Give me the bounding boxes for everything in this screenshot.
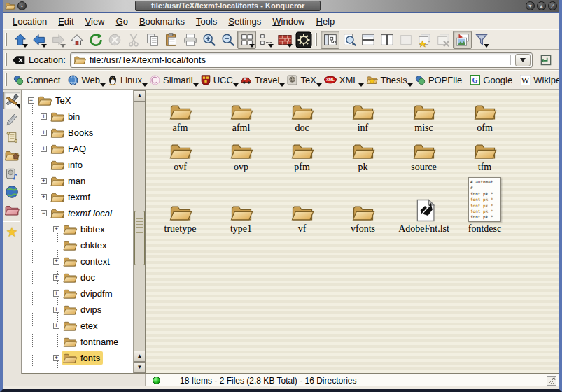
- toolbar-grip[interactable]: [315, 33, 317, 46]
- tree-item-man[interactable]: man: [22, 173, 133, 189]
- sidebar-tab-bookmarks[interactable]: [3, 223, 20, 241]
- scroll-buttons[interactable]: [134, 351, 146, 373]
- gear-button[interactable]: [294, 31, 313, 49]
- tree-item-texmf-local[interactable]: texmf-local: [22, 205, 133, 221]
- tree-item-TeX[interactable]: TeX: [22, 92, 133, 108]
- expand-icon[interactable]: [41, 146, 47, 152]
- tree-item-fontname[interactable]: fontname: [22, 334, 133, 350]
- image-preview-button[interactable]: [453, 31, 472, 49]
- folder-item-pfm[interactable]: pfm: [272, 134, 332, 173]
- toolbar-grip[interactable]: [5, 74, 7, 86]
- print-button[interactable]: [181, 31, 199, 49]
- menu-edit[interactable]: Edit: [52, 14, 79, 29]
- folder-view[interactable]: afm afml doc inf misc ofm ovf ovp pfm pk…: [146, 90, 559, 374]
- scroll-up-button[interactable]: [134, 351, 146, 362]
- expand-icon[interactable]: [53, 323, 59, 329]
- tree-item-info[interactable]: info: [22, 157, 133, 173]
- up-button[interactable]: [10, 31, 29, 49]
- folder-item-source[interactable]: source: [393, 134, 454, 173]
- copy-button[interactable]: [143, 31, 162, 49]
- bookmark-connect[interactable]: Connect: [10, 74, 65, 87]
- tree-item-chktex[interactable]: chktex: [22, 237, 133, 253]
- back-button[interactable]: [29, 31, 48, 49]
- folder-item-tfm[interactable]: tfm: [454, 134, 515, 173]
- folder-item-inf[interactable]: inf: [332, 93, 393, 134]
- expand-icon[interactable]: [41, 178, 47, 184]
- toolbar-grip[interactable]: [5, 33, 7, 46]
- scrollbar-thumb[interactable]: [134, 211, 145, 265]
- tree-scrollbar[interactable]: [133, 90, 145, 373]
- bookmark-popfile[interactable]: POPFile: [412, 74, 467, 87]
- folder-item-vfonts[interactable]: vfonts: [332, 173, 393, 234]
- folder-item-ovf[interactable]: ovf: [150, 134, 211, 173]
- toolbar-grip[interactable]: [5, 53, 7, 66]
- bookmark-wikipedia[interactable]: W Wikipedia: [517, 74, 562, 87]
- bookmark-tex[interactable]: TeX: [284, 74, 321, 87]
- expand-icon[interactable]: [41, 113, 47, 120]
- expand-icon[interactable]: [41, 130, 47, 136]
- list-view-button[interactable]: [256, 31, 275, 49]
- menu-window[interactable]: Window: [267, 14, 310, 29]
- menu-help[interactable]: Help: [311, 14, 341, 29]
- tree-item-etex[interactable]: etex: [22, 318, 133, 334]
- tree-item-FAQ[interactable]: FAQ: [22, 141, 133, 157]
- folder-item-afm[interactable]: afm: [150, 93, 211, 134]
- expand-icon[interactable]: [53, 307, 59, 313]
- menu-tools[interactable]: Tools: [190, 14, 223, 29]
- folder-item-vf[interactable]: vf: [272, 173, 332, 234]
- file-item-AdobeFnt[interactable]: AdobeFnt.lst: [393, 173, 454, 234]
- menu-location[interactable]: Location: [7, 14, 52, 29]
- sidebar-tab-directory-tree[interactable]: [3, 128, 20, 146]
- reload-button[interactable]: [86, 31, 105, 49]
- clear-location-button[interactable]: [10, 51, 27, 69]
- tree-item-context[interactable]: context: [22, 253, 133, 270]
- new-tab-button[interactable]: [415, 31, 434, 49]
- close-button[interactable]: [548, 1, 557, 10]
- tree-item-bin[interactable]: bin: [22, 108, 133, 125]
- scroll-up-button[interactable]: [134, 90, 146, 102]
- folder-item-type1[interactable]: type1: [211, 173, 272, 234]
- sidebar-tab-home-directory[interactable]: [3, 146, 20, 164]
- folder-item-ovp[interactable]: ovp: [211, 134, 272, 173]
- location-dropdown-button[interactable]: [515, 54, 531, 66]
- resize-grip-icon[interactable]: [547, 376, 556, 386]
- bookmark-xml[interactable]: XML XML: [321, 74, 363, 87]
- folder-item-pk[interactable]: pk: [332, 134, 393, 173]
- tree-item-doc[interactable]: doc: [22, 270, 133, 286]
- bookmark-travel[interactable]: Travel: [238, 74, 285, 87]
- sticky-button[interactable]: [17, 1, 27, 10]
- bookmark-web[interactable]: Web: [65, 74, 105, 87]
- folder-item-doc[interactable]: doc: [272, 93, 332, 134]
- menu-settings[interactable]: Settings: [223, 14, 267, 29]
- sidebar-tab-network[interactable]: [3, 183, 20, 200]
- filter-button[interactable]: [472, 31, 491, 49]
- home-button[interactable]: [67, 31, 86, 49]
- tree-item-bibtex[interactable]: bibtex: [22, 221, 133, 237]
- tree-item-fonts[interactable]: fonts: [22, 350, 133, 366]
- bricks-button[interactable]: [275, 31, 294, 49]
- paste-button[interactable]: [162, 31, 181, 49]
- expand-icon[interactable]: [41, 194, 47, 200]
- sidebar-tab-root-directory[interactable]: [3, 201, 20, 218]
- split-vertical-button[interactable]: [377, 31, 396, 49]
- menu-view[interactable]: View: [80, 14, 111, 29]
- go-button[interactable]: [537, 51, 555, 69]
- expand-icon[interactable]: [53, 258, 59, 265]
- folder-item-misc[interactable]: misc: [393, 93, 454, 134]
- tree-item-dvips[interactable]: dvips: [22, 302, 133, 318]
- collapse-icon[interactable]: [28, 97, 34, 104]
- folder-item-afml[interactable]: afml: [211, 93, 272, 134]
- folder-item-truetype[interactable]: truetype: [150, 173, 211, 234]
- location-value[interactable]: file:/usr/TeX/texmf-local/fonts: [90, 55, 510, 65]
- menu-bookmarks[interactable]: Bookmarks: [134, 14, 190, 29]
- bookmark-google[interactable]: G Google: [467, 74, 517, 87]
- menu-go[interactable]: Go: [111, 14, 134, 29]
- icon-view-button[interactable]: [237, 31, 256, 49]
- zoom-in-button[interactable]: [199, 31, 218, 49]
- collapse-icon[interactable]: [41, 210, 47, 216]
- scroll-down-button[interactable]: [134, 362, 146, 373]
- file-item-fontdesc[interactable]: # automat # font pk * font pk * font pk …: [454, 173, 515, 234]
- bookmark-thesis[interactable]: Thesis: [363, 74, 412, 87]
- expand-icon[interactable]: [53, 290, 59, 297]
- configure-panel-button[interactable]: [3, 92, 20, 109]
